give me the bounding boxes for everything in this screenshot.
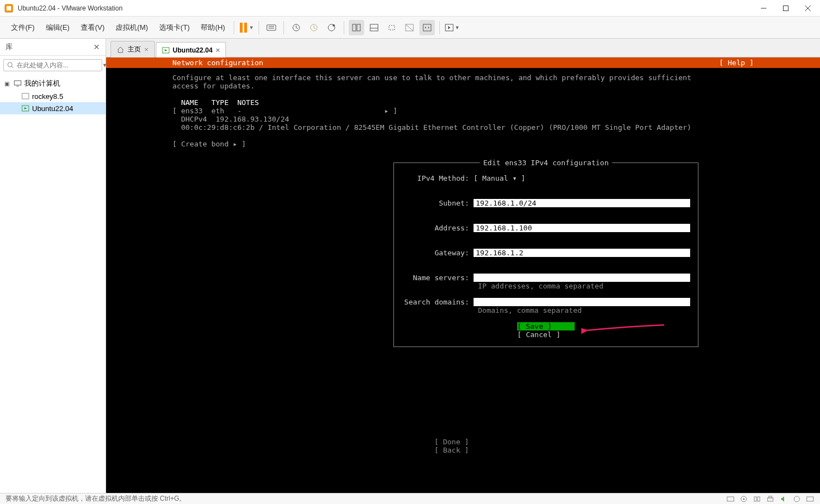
nameservers-input[interactable] <box>474 274 690 282</box>
sidebar-search[interactable]: ▼ <box>3 59 102 71</box>
svg-point-12 <box>333 24 335 27</box>
address-row: Address: 192.168.1.100 <box>402 224 690 232</box>
usb-icon[interactable] <box>792 495 801 503</box>
menu-file[interactable]: 文件(F) <box>7 20 39 35</box>
tree-root-my-computer[interactable]: ▣ 我的计算机 <box>0 77 106 90</box>
tree-item-rockey[interactable]: rockey8.5 <box>0 90 106 102</box>
sidebar-title: 库 <box>6 42 13 52</box>
separator <box>259 21 259 34</box>
view-console-button[interactable] <box>349 20 364 35</box>
vm-console[interactable]: Network configuration [ Help ] Configure… <box>106 57 820 493</box>
svg-rect-17 <box>389 25 395 30</box>
search-icon <box>7 62 14 69</box>
help-button[interactable]: [ Help ] <box>719 59 820 67</box>
mac-row: 00:0c:29:d8:c6:2b / Intel Corporation / … <box>172 123 691 132</box>
pause-icon <box>240 23 247 33</box>
tab-close-button[interactable]: × <box>144 45 149 54</box>
tabs-bar: 主页 × Ubuntu22.04 × <box>106 39 820 57</box>
maximize-button[interactable] <box>778 3 793 14</box>
ipv4-config-dialog: Edit ens33 IPv4 configuration IPv4 Metho… <box>393 162 698 347</box>
dhcp-row: DHCPv4 192.168.93.130/24 <box>172 115 289 123</box>
gateway-row: Gateway: 192.168.1.2 <box>402 249 690 257</box>
svg-rect-26 <box>22 93 29 99</box>
method-dropdown[interactable]: [ Manual ▾ ] <box>474 174 525 182</box>
nameservers-label: Name servers: <box>402 274 474 282</box>
subnet-input[interactable]: 192.168.1.0/24 <box>474 199 690 207</box>
searchdomains-label: Search domains: <box>402 298 474 306</box>
network-icon[interactable] <box>753 495 761 503</box>
tree-root-label: 我的计算机 <box>24 78 60 88</box>
sidebar-close-button[interactable]: ✕ <box>93 43 100 51</box>
cancel-button[interactable]: [ Cancel ] <box>517 330 575 339</box>
disk-icon[interactable] <box>726 495 735 503</box>
create-bond-button[interactable]: [ Create bond ▸ ] <box>172 140 246 148</box>
svg-rect-6 <box>267 25 276 30</box>
menu-edit[interactable]: 编辑(E) <box>41 20 74 35</box>
address-label: Address: <box>402 224 474 232</box>
menu-help[interactable]: 帮助(H) <box>196 20 229 35</box>
tab-label: 主页 <box>128 45 141 54</box>
sound-icon[interactable] <box>779 495 788 503</box>
vmware-app-icon <box>4 4 13 13</box>
done-button[interactable]: [ Done ] <box>434 438 492 446</box>
tree-item-label: rockey8.5 <box>32 92 63 101</box>
snapshot-manager-button[interactable] <box>324 20 339 35</box>
home-icon <box>117 46 124 53</box>
separator <box>344 21 344 34</box>
send-ctrl-alt-del-button[interactable] <box>264 20 279 35</box>
view-stretch-button[interactable] <box>419 20 435 35</box>
nameservers-row: Name servers: <box>402 274 690 282</box>
separator <box>439 21 440 34</box>
printer-icon[interactable] <box>766 495 775 503</box>
svg-rect-29 <box>727 497 734 501</box>
suspend-button[interactable]: ▼ <box>239 20 254 35</box>
nameservers-hint: IP addresses, comma separated <box>402 282 690 290</box>
tab-home[interactable]: 主页 × <box>111 41 155 57</box>
columns-header: NAME TYPE NOTES <box>172 98 259 107</box>
revert-snapshot-button[interactable] <box>306 20 322 35</box>
view-fullscreen-button[interactable] <box>384 20 400 35</box>
status-hint: 要将输入定向到该虚拟机，请在虚拟机内部单击或按 Ctrl+G。 <box>6 494 186 503</box>
view-unity-button[interactable] <box>366 20 382 35</box>
vm-running-icon <box>21 104 30 113</box>
collapse-icon[interactable]: ▣ <box>4 81 11 87</box>
tab-close-button[interactable]: × <box>216 46 220 54</box>
gateway-input[interactable]: 192.168.1.2 <box>474 249 690 257</box>
installer-header: Network configuration [ Help ] <box>106 57 820 68</box>
snapshot-button[interactable] <box>288 20 304 35</box>
subnet-row: Subnet: 192.168.1.0/24 <box>402 199 690 207</box>
chevron-down-icon: ▼ <box>249 25 254 30</box>
minimize-button[interactable] <box>756 3 771 14</box>
back-button[interactable]: [ Back ] <box>434 446 492 454</box>
search-input[interactable] <box>17 61 99 69</box>
message-icon[interactable] <box>806 495 814 503</box>
svg-point-36 <box>794 496 800 502</box>
dialog-actions: [ Save ] [ Cancel ] <box>402 322 690 339</box>
address-input[interactable]: 192.168.1.100 <box>474 224 690 232</box>
menu-vm[interactable]: 虚拟机(M) <box>111 20 153 35</box>
searchdomains-row: Search domains: <box>402 298 690 306</box>
svg-rect-37 <box>807 497 813 501</box>
tab-ubuntu[interactable]: Ubuntu22.04 × <box>156 42 227 57</box>
interface-row[interactable]: [ ens33 eth - ▸ ] <box>172 107 397 115</box>
content-area: 主页 × Ubuntu22.04 × Network configuration… <box>106 39 820 493</box>
menu-view[interactable]: 查看(V) <box>76 20 109 35</box>
view-exclusive-button[interactable] <box>402 20 417 35</box>
tab-label: Ubuntu22.04 <box>173 46 213 54</box>
view-cycle-button[interactable]: ▼ <box>444 20 460 35</box>
save-button[interactable]: [ Save ] <box>517 322 575 330</box>
cd-icon[interactable] <box>739 495 748 503</box>
close-button[interactable] <box>800 3 816 14</box>
status-tray <box>726 495 814 503</box>
svg-rect-32 <box>754 497 756 501</box>
searchdomains-input[interactable] <box>474 298 690 306</box>
svg-rect-14 <box>357 24 360 31</box>
window-titlebar: Ubuntu22.04 - VMware Workstation <box>0 0 820 17</box>
tree-item-ubuntu[interactable]: Ubuntu22.04 <box>0 102 106 114</box>
menu-tabs[interactable]: 选项卡(T) <box>155 20 195 35</box>
separator <box>283 21 284 34</box>
status-bar: 要将输入定向到该虚拟机，请在虚拟机内部单击或按 Ctrl+G。 <box>0 493 820 504</box>
window-title: Ubuntu22.04 - VMware Workstation <box>18 4 756 12</box>
svg-rect-3 <box>784 6 789 11</box>
installer-footer: [ Done ] [ Back ] <box>434 438 492 454</box>
